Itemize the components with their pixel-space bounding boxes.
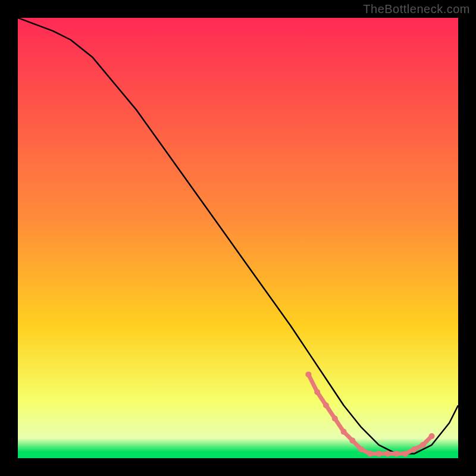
plot-area: [18, 18, 458, 458]
highlight-point: [393, 451, 399, 457]
highlight-point: [323, 402, 329, 408]
highlight-point: [429, 433, 435, 439]
highlight-point: [376, 451, 382, 457]
highlight-point: [411, 446, 417, 452]
highlight-point: [420, 442, 426, 448]
gradient-background: [18, 18, 458, 458]
highlight-point: [358, 446, 364, 452]
watermark-text: TheBottleneck.com: [363, 2, 470, 16]
highlight-point: [367, 451, 373, 457]
highlight-point: [402, 451, 408, 457]
highlight-point: [314, 389, 320, 395]
highlight-point: [385, 451, 391, 457]
chart-svg: [18, 18, 458, 458]
highlight-point: [332, 415, 338, 421]
chart-frame: TheBottleneck.com: [0, 0, 476, 476]
highlight-point: [341, 429, 347, 435]
highlight-point: [349, 437, 355, 443]
highlight-point: [305, 371, 311, 377]
